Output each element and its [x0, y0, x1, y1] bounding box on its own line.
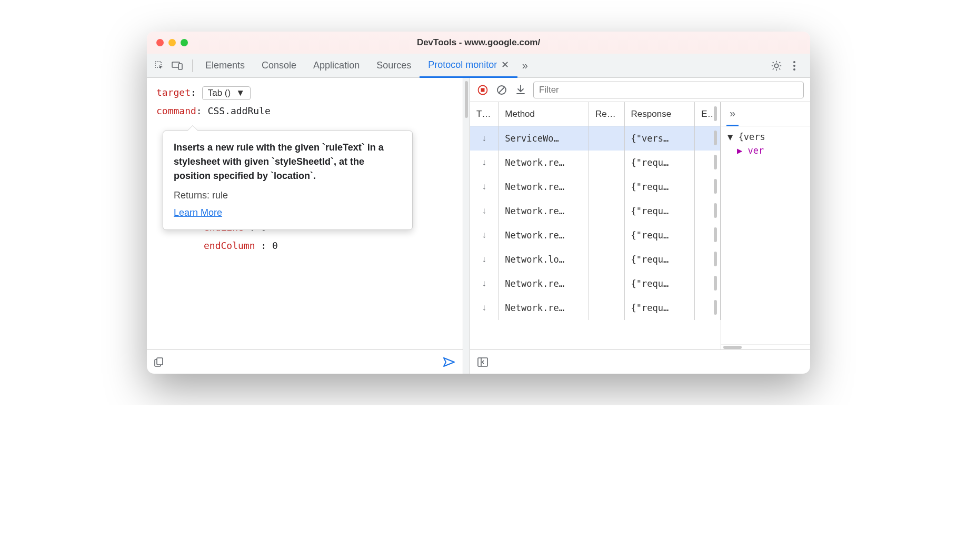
- learn-more-link[interactable]: Learn More: [174, 206, 222, 220]
- kebab-menu-icon[interactable]: [787, 58, 802, 73]
- table-row[interactable]: ↓Network.re…{"requ…: [470, 223, 721, 247]
- row-request: [589, 247, 625, 272]
- row-direction-icon: ↓: [470, 199, 499, 223]
- command-editor-pane: target: Tab () ▼ command: CSS.addRule In…: [147, 78, 463, 374]
- row-response: {"requ…: [625, 223, 695, 247]
- table-row[interactable]: ↓Network.re…{"requ…: [470, 175, 721, 199]
- download-icon[interactable]: [514, 84, 527, 96]
- log-body: T… Method Re… Response E… ↓ServiceWo…{"v…: [470, 102, 810, 349]
- row-elapsed: [695, 126, 721, 151]
- target-dropdown[interactable]: Tab () ▼: [202, 86, 251, 100]
- table-row[interactable]: ↓Network.re…{"requ…: [470, 296, 721, 320]
- record-stop-icon[interactable]: [476, 84, 489, 96]
- row-method: Network.lo…: [499, 247, 589, 272]
- chevron-down-icon: ▼: [236, 88, 245, 98]
- filter-placeholder: Filter: [539, 85, 559, 95]
- row-direction-icon: ↓: [470, 175, 499, 199]
- row-elapsed: [695, 247, 721, 272]
- header-response[interactable]: Response: [625, 102, 695, 126]
- detail-more-tabs-icon[interactable]: »: [726, 102, 739, 126]
- titlebar: DevTools - www.google.com/: [147, 32, 810, 54]
- content-area: target: Tab () ▼ command: CSS.addRule In…: [147, 78, 810, 374]
- svg-point-5: [793, 68, 795, 71]
- toggle-drawer-icon[interactable]: [476, 356, 489, 368]
- row-request: [589, 175, 625, 199]
- table-row[interactable]: ↓Network.lo…{"requ…: [470, 247, 721, 272]
- editor-footer: [147, 349, 463, 374]
- row-method: Network.re…: [499, 151, 589, 175]
- table-row[interactable]: ↓ServiceWo…{"vers…: [470, 126, 721, 151]
- row-response: {"vers…: [625, 126, 695, 151]
- row-elapsed: [695, 223, 721, 247]
- command-doc-popover: Inserts a new rule with the given `ruleT…: [163, 131, 413, 230]
- table-header: T… Method Re… Response E…: [470, 102, 721, 126]
- param-endcolumn-value: 0: [272, 240, 278, 251]
- copy-icon[interactable]: [154, 357, 164, 367]
- table-body[interactable]: ↓ServiceWo…{"vers…↓Network.re…{"requ…↓Ne…: [470, 126, 721, 349]
- device-toolbar-icon[interactable]: [170, 58, 185, 73]
- tab-console[interactable]: Console: [253, 54, 305, 78]
- settings-gear-icon[interactable]: [769, 58, 784, 73]
- row-elapsed: [695, 199, 721, 223]
- row-request: [589, 296, 625, 320]
- table-row[interactable]: ↓Network.re…{"requ…: [470, 272, 721, 296]
- table-row[interactable]: ↓Network.re…{"requ…: [470, 151, 721, 175]
- detail-line-2: ▶ ver: [737, 145, 804, 156]
- row-method: Network.re…: [499, 199, 589, 223]
- row-request: [589, 126, 625, 151]
- row-direction-icon: ↓: [470, 223, 499, 247]
- split-gutter[interactable]: [463, 78, 470, 374]
- svg-rect-2: [178, 64, 182, 69]
- row-elapsed: [695, 296, 721, 320]
- log-toolbar: Filter: [470, 78, 810, 102]
- send-command-button[interactable]: [443, 357, 455, 367]
- row-direction-icon: ↓: [470, 272, 499, 296]
- header-request[interactable]: Re…: [589, 102, 625, 126]
- row-response: {"requ…: [625, 151, 695, 175]
- tab-sources[interactable]: Sources: [368, 54, 420, 78]
- command-editor[interactable]: target: Tab () ▼ command: CSS.addRule In…: [147, 78, 463, 349]
- inspect-element-icon[interactable]: [152, 58, 167, 73]
- log-footer: [470, 349, 810, 374]
- tabbar: Elements Console Application Sources Pro…: [147, 54, 810, 78]
- svg-point-3: [793, 61, 795, 63]
- row-response: {"requ…: [625, 272, 695, 296]
- detail-body[interactable]: ▼ {vers ▶ ver: [721, 126, 810, 161]
- detail-header: »: [721, 102, 810, 126]
- row-response: {"requ…: [625, 175, 695, 199]
- devtools-window: DevTools - www.google.com/ Elements Cons…: [147, 32, 810, 374]
- tab-application[interactable]: Application: [305, 54, 368, 78]
- tab-divider: [192, 59, 193, 72]
- row-method: Network.re…: [499, 223, 589, 247]
- header-elapsed[interactable]: E…: [695, 102, 721, 126]
- close-tab-icon[interactable]: ✕: [501, 59, 509, 71]
- row-method: ServiceWo…: [499, 126, 589, 151]
- window-title: DevTools - www.google.com/: [147, 37, 810, 48]
- log-table: T… Method Re… Response E… ↓ServiceWo…{"v…: [470, 102, 721, 349]
- detail-scrollbar[interactable]: [721, 344, 810, 349]
- table-row[interactable]: ↓Network.re…{"requ…: [470, 199, 721, 223]
- row-elapsed: [695, 175, 721, 199]
- target-keyword: target: [156, 87, 191, 98]
- row-request: [589, 151, 625, 175]
- tab-elements[interactable]: Elements: [197, 54, 253, 78]
- clear-log-icon[interactable]: [495, 84, 508, 96]
- row-direction-icon: ↓: [470, 126, 499, 151]
- header-method[interactable]: Method: [499, 102, 589, 126]
- header-type[interactable]: T…: [470, 102, 499, 126]
- row-direction-icon: ↓: [470, 296, 499, 320]
- svg-rect-7: [157, 358, 163, 365]
- row-elapsed: [695, 272, 721, 296]
- row-request: [589, 199, 625, 223]
- row-response: {"requ…: [625, 199, 695, 223]
- row-method: Network.re…: [499, 272, 589, 296]
- popover-returns: Returns: rule: [174, 188, 402, 203]
- row-method: Network.re…: [499, 296, 589, 320]
- filter-input[interactable]: Filter: [533, 82, 804, 98]
- tab-protocol-monitor[interactable]: Protocol monitor ✕: [420, 54, 517, 78]
- row-response: {"requ…: [625, 247, 695, 272]
- svg-line-11: [499, 87, 504, 93]
- more-tabs-icon[interactable]: »: [517, 58, 532, 73]
- detail-line-1: ▼ {vers: [727, 132, 804, 142]
- row-response: {"requ…: [625, 296, 695, 320]
